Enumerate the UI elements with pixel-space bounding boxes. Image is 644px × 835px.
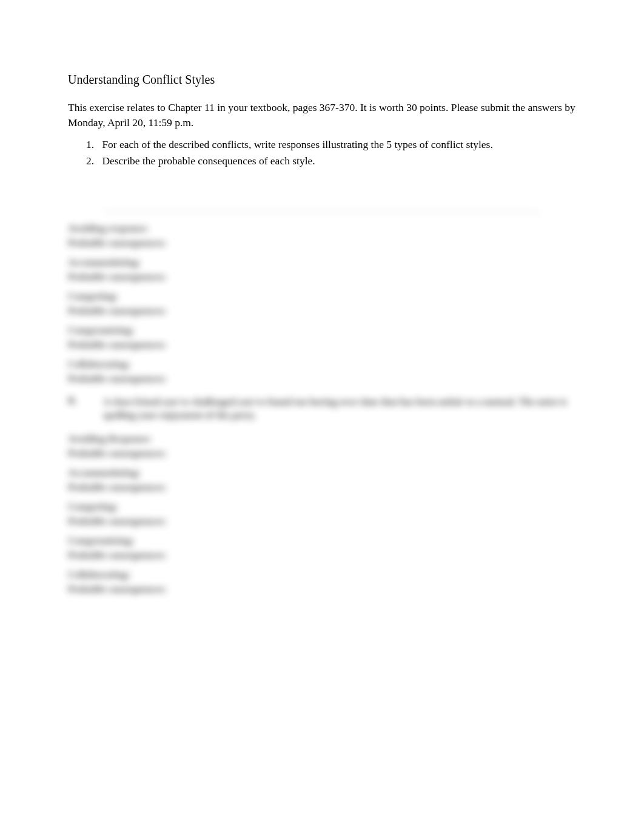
instruction-2-prefix: Describe the xyxy=(102,155,158,167)
avoiding-label: Avoiding response: xyxy=(68,223,576,234)
accommodating-label: Accommodating: xyxy=(68,257,576,268)
list-number-2: 2. xyxy=(86,153,99,169)
instruction-item-2: 2. Describe the probable consequences of… xyxy=(86,153,576,169)
accommodating-label-2: Accommodating: xyxy=(68,468,576,478)
competing-label: Competing: xyxy=(68,291,576,302)
instruction-item-1: 1. For each of the described conflicts, … xyxy=(86,137,576,152)
scenario-text: A close friend you've challenged you've … xyxy=(103,395,576,423)
list-number-1: 1. xyxy=(86,137,99,152)
scenario-b: B. A close friend you've challenged you'… xyxy=(68,395,576,423)
consequence-label: Probable consequences: xyxy=(68,374,576,384)
instruction-2-mid: probable consequences xyxy=(158,155,257,167)
consequence-label: Probable consequences: xyxy=(68,238,576,249)
consequence-label: Probable consequences: xyxy=(68,340,576,350)
consequence-label: Probable consequences: xyxy=(68,516,576,527)
competing-label-2: Competing: xyxy=(68,501,576,512)
instruction-2-suffix: of each style. xyxy=(257,155,315,167)
divider-line xyxy=(104,212,540,212)
compromising-label: Compromising: xyxy=(68,325,576,336)
consequence-label: Probable consequences: xyxy=(68,272,576,283)
document-page: Understanding Conflict Styles This exerc… xyxy=(0,0,644,595)
consequence-label: Probable consequences: xyxy=(68,306,576,317)
collaborating-label: Collaborating: xyxy=(68,359,576,370)
avoiding-label-2: Avoiding Response: xyxy=(68,434,576,444)
instructions-list: 1. For each of the described conflicts, … xyxy=(68,137,576,169)
consequence-label: Probable consequences: xyxy=(68,550,576,561)
instruction-1-text: For each of the described conflicts, wri… xyxy=(102,138,492,150)
consequence-label: Probable consequences: xyxy=(68,448,576,459)
intro-paragraph: This exercise relates to Chapter 11 in y… xyxy=(68,100,576,130)
compromising-label-2: Compromising: xyxy=(68,535,576,546)
consequence-label: Probable consequences: xyxy=(68,482,576,493)
blurred-content: Avoiding response: Probable consequences… xyxy=(68,212,576,595)
collaborating-label-2: Collaborating: xyxy=(68,569,576,580)
scenario-letter: B. xyxy=(68,395,103,423)
consequence-label: Probable consequences: xyxy=(68,584,576,595)
page-title: Understanding Conflict Styles xyxy=(68,73,576,87)
